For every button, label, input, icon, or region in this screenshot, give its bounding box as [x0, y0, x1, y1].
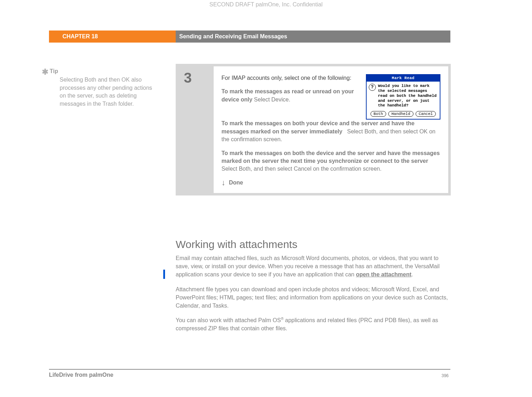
footer-product: LifeDrive from palmOne	[49, 372, 113, 378]
asterisk-icon: ✱	[42, 67, 48, 78]
body-p1-tail: .	[411, 271, 413, 277]
banner-spacer	[0, 31, 49, 43]
done-label: Done	[229, 179, 243, 187]
footer-page-number: 396	[441, 373, 449, 378]
tip-heading: Tip	[50, 67, 156, 75]
dialog-message: Would you like to mark the selected mess…	[378, 84, 438, 108]
down-arrow-icon: ↓	[221, 179, 225, 187]
step-number-column: 3	[178, 66, 214, 193]
dialog-handheld-button[interactable]: Handheld	[388, 111, 413, 117]
dialog-both-button[interactable]: Both	[371, 111, 386, 117]
body-p3-a: You can also work with attached Palm OS	[176, 317, 281, 323]
step-option3-rest: Select Both, and then select Cancel on t…	[221, 166, 382, 172]
tip-body: Selecting Both and then OK also processe…	[50, 76, 156, 108]
body-paragraph-1: Email may contain attached files, such a…	[176, 254, 449, 279]
chapter-label: CHAPTER 18	[49, 31, 176, 43]
section-heading: Working with attachments	[176, 238, 297, 250]
tip-sidebar: ✱ Tip Selecting Both and then OK also pr…	[50, 67, 156, 108]
section-body: Email may contain attached files, such a…	[176, 254, 449, 339]
body-paragraph-3: You can also work with attached Palm OS®…	[176, 316, 449, 332]
chapter-title: Sending and Receiving Email Messages	[176, 31, 450, 43]
mark-read-dialog: Mark Read ? Would you like to mark the s…	[366, 74, 440, 120]
done-row: ↓ Done	[221, 179, 440, 187]
step-number: 3	[184, 70, 214, 86]
registered-mark: ®	[281, 317, 283, 321]
body-paragraph-2: Attachment file types you can download a…	[176, 285, 449, 310]
step-card: 3 For IMAP accounts only, select one of …	[176, 64, 451, 195]
footer-rule	[49, 369, 450, 370]
open-attachment-link[interactable]: open the attachment	[356, 271, 411, 277]
change-bar	[163, 270, 165, 279]
confidential-watermark: SECOND DRAFT palmOne, Inc. Confidential	[0, 1, 532, 8]
dialog-cancel-button[interactable]: Cancel	[416, 111, 436, 117]
step-body: For IMAP accounts only, select one of th…	[214, 66, 448, 193]
chapter-banner: CHAPTER 18 Sending and Receiving Email M…	[0, 31, 450, 43]
question-icon: ?	[369, 84, 376, 91]
dialog-title: Mark Read	[367, 75, 440, 82]
step-option3-bold: To mark the messages on both the device …	[221, 150, 440, 164]
step-intro: For IMAP accounts only, select one of th…	[221, 75, 351, 81]
step-option1-rest: Select Device.	[254, 97, 290, 103]
